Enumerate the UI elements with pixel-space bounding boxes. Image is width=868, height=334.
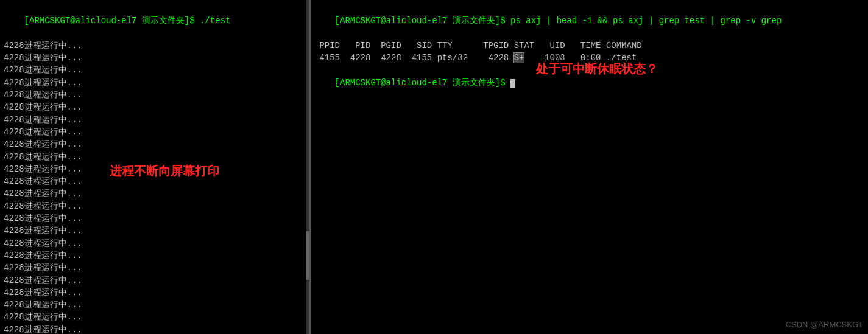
cursor: [510, 79, 515, 88]
left-terminal: [ARMCSKGT@alicloud-el7 演示文件夹]$ ./test 42…: [0, 0, 311, 334]
left-output-line: 4228进程运行中...: [4, 89, 306, 101]
left-prompt: [ARMCSKGT@alicloud-el7 演示文件夹]$ ./test: [24, 16, 231, 26]
left-scrollbar[interactable]: [306, 0, 309, 334]
right-prompt-line: [ARMCSKGT@alicloud-el7 演示文件夹]$ ps axj | …: [314, 2, 864, 40]
left-output-line: 4228进程运行中...: [4, 212, 306, 224]
left-annotation: 进程不断向屏幕打印: [110, 163, 219, 179]
stat-value: S+: [514, 53, 524, 63]
left-output-line: 4228进程运行中...: [4, 287, 306, 299]
csdn-watermark: CSDN @ARMCSKGT: [786, 320, 863, 329]
left-output-line: 4228进程运行中...: [4, 77, 306, 89]
right-header-line: PPID PID PGID SID TTY TPGID STAT UID TIM…: [314, 40, 864, 52]
left-output-line: 4228进程运行中...: [4, 249, 306, 262]
left-output-line: 4228进程运行中...: [4, 138, 306, 150]
right-annotation: 处于可中断休眠状态？: [536, 61, 658, 77]
right-prompt-end: [ARMCSKGT@alicloud-el7 演示文件夹]$: [335, 78, 510, 88]
left-prompt-line: [ARMCSKGT@alicloud-el7 演示文件夹]$ ./test: [4, 2, 306, 40]
left-output-line: 4228进程运行中...: [4, 324, 306, 334]
left-output-line: 4228进程运行中...: [4, 262, 306, 274]
left-output-line: 4228进程运行中...: [4, 237, 306, 249]
left-output-line: 4228进程运行中...: [4, 200, 306, 212]
left-output-line: 4228进程运行中...: [4, 40, 306, 52]
left-output-line: 4228进程运行中...: [4, 126, 306, 138]
left-output-line: 4228进程运行中...: [4, 151, 306, 163]
right-terminal: [ARMCSKGT@alicloud-el7 演示文件夹]$ ps axj | …: [311, 0, 868, 334]
right-prompt-text: [ARMCSKGT@alicloud-el7 演示文件夹]$ ps axj | …: [335, 16, 782, 26]
left-scrollbar-thumb[interactable]: [306, 231, 309, 280]
left-output-line: 4228进程运行中...: [4, 101, 306, 113]
left-output-line: 4228进程运行中...: [4, 52, 306, 64]
left-output-line: 4228进程运行中...: [4, 114, 306, 126]
left-output-line: 4228进程运行中...: [4, 224, 306, 237]
left-output-line: 4228进程运行中...: [4, 187, 306, 200]
left-output-line: 4228进程运行中...: [4, 64, 306, 76]
left-output: 4228进程运行中...4228进程运行中...4228进程运行中...4228…: [4, 40, 306, 334]
left-output-line: 4228进程运行中...: [4, 311, 306, 323]
left-output-line: 4228进程运行中...: [4, 299, 306, 311]
left-output-line: 4228进程运行中...: [4, 274, 306, 287]
